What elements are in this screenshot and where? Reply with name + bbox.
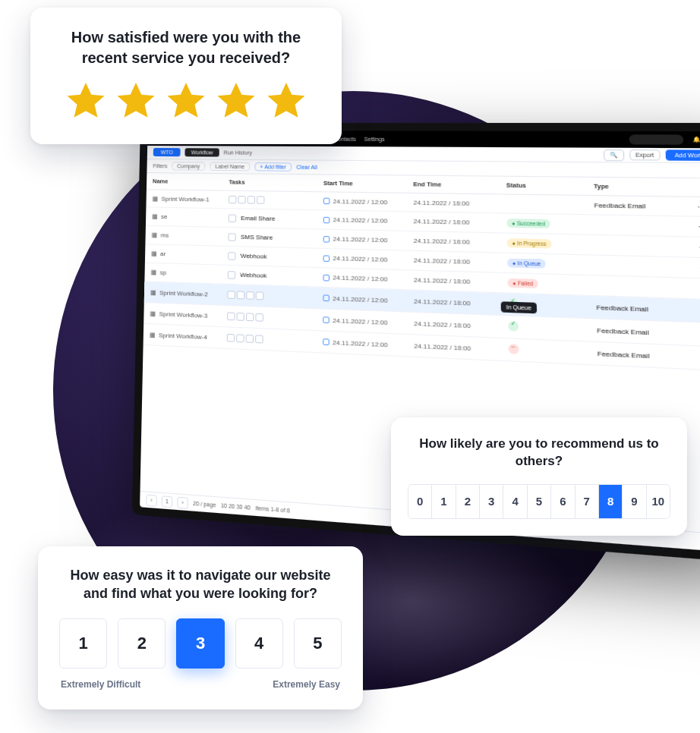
start-time: 24.11.2022 / 12:00 — [333, 216, 388, 225]
th-end[interactable]: End Time — [413, 181, 506, 189]
row-more-icon[interactable]: ⋯ — [698, 203, 700, 211]
th-status[interactable]: Status — [506, 181, 594, 190]
page-next[interactable]: › — [177, 496, 188, 508]
row-type — [594, 225, 698, 227]
nps-option-1[interactable]: 1 — [432, 485, 456, 518]
nps-option-8[interactable]: 8 — [599, 485, 623, 518]
ces-scale: 12345 — [59, 618, 342, 669]
nps-option-10[interactable]: 10 — [647, 485, 670, 518]
clear-filters-link[interactable]: Clear All — [296, 165, 317, 170]
start-time: 24.11.2022 / 12:00 — [333, 316, 388, 326]
calendar-icon — [323, 338, 330, 345]
row-name: ar — [160, 250, 166, 257]
per-page[interactable]: 20 / page — [193, 500, 216, 508]
start-time: 24.11.2022 / 12:00 — [333, 235, 387, 244]
ces-labels: Extremely Difficult Extremely Easy — [59, 679, 342, 690]
th-type[interactable]: Type — [594, 183, 697, 192]
ces-option-4[interactable]: 4 — [235, 618, 283, 669]
status-badge: ● Failed — [507, 278, 538, 288]
nps-option-7[interactable]: 7 — [575, 485, 599, 518]
export-button[interactable]: Export — [629, 149, 661, 161]
end-time: 24.11.2022 / 18:00 — [414, 297, 471, 307]
nps-option-6[interactable]: 6 — [551, 485, 575, 518]
ces-option-5[interactable]: 5 — [294, 618, 342, 669]
filter-chip-label[interactable]: Label Name — [210, 162, 250, 171]
row-type — [595, 245, 699, 247]
task-label: Email Share — [241, 214, 275, 222]
ces-label-high: Extremely Easy — [273, 679, 340, 690]
row-type: Feedback Email — [594, 201, 697, 210]
star-icon[interactable] — [263, 79, 309, 124]
ces-option-2[interactable]: 2 — [118, 618, 166, 669]
workflow-icon: ▦ — [153, 195, 159, 202]
nps-option-5[interactable]: 5 — [528, 485, 551, 518]
workflow-icon: ▦ — [150, 310, 156, 317]
row-name: Sprint Workflow-4 — [159, 332, 207, 341]
nps-question: How likely are you to recommend us to ot… — [408, 436, 670, 470]
status-dot — [508, 321, 519, 332]
th-name[interactable]: Name — [153, 178, 229, 185]
row-type: Feedback Email — [598, 350, 700, 362]
end-time: 24.11.2022 / 18:00 — [414, 218, 470, 226]
task-icon — [229, 214, 236, 222]
calendar-icon — [323, 274, 330, 281]
status-badge: ● In Queue — [507, 258, 546, 268]
nps-option-2[interactable]: 2 — [456, 485, 480, 518]
nps-option-3[interactable]: 3 — [480, 485, 503, 518]
page-1[interactable]: 1 — [162, 495, 173, 508]
add-workflow-button[interactable]: Add Workflow — [666, 149, 700, 161]
csat-card: How satisfied were you with the recent s… — [30, 8, 342, 144]
star-icon[interactable] — [163, 79, 209, 124]
search-input[interactable] — [629, 134, 684, 144]
tab-active[interactable]: WTO — [153, 148, 181, 156]
status-popover: In Queue — [501, 301, 537, 313]
bell-icon[interactable]: 🔔 — [692, 137, 700, 143]
row-name: Sprint Workflow-1 — [161, 195, 209, 203]
task-icon — [228, 271, 235, 279]
ces-question: How easy was it to navigate our website … — [59, 566, 342, 603]
row-type — [596, 285, 700, 288]
ces-label-low: Extremely Difficult — [61, 679, 140, 690]
task-icon — [228, 233, 235, 241]
star-icon[interactable] — [113, 79, 159, 124]
row-name: se — [161, 213, 168, 220]
task-label: SMS Share — [241, 233, 273, 241]
workflow-icon: ▦ — [151, 269, 157, 275]
nps-card: How likely are you to recommend us to ot… — [391, 417, 687, 536]
end-time: 24.11.2022 / 18:00 — [414, 342, 471, 352]
task-icons — [227, 291, 323, 302]
page-prev[interactable]: ‹ — [146, 494, 157, 506]
start-time: 24.11.2022 / 12:00 — [333, 274, 387, 283]
nps-option-9[interactable]: 9 — [623, 485, 646, 518]
filters-label: Filters — [153, 163, 167, 168]
breadcrumb-1[interactable]: Workflow — [185, 148, 219, 156]
filter-chip-company[interactable]: Company — [172, 162, 205, 171]
calendar-icon — [323, 294, 330, 301]
stage: Pismo Boards Insight Inbox Pipes Channel… — [0, 0, 700, 733]
start-time: 24.11.2022 / 12:00 — [333, 338, 388, 348]
breadcrumb-2[interactable]: Run History — [224, 149, 252, 155]
workflow-icon: ▦ — [152, 231, 158, 238]
task-label: Webhook — [240, 271, 266, 280]
nps-option-4[interactable]: 4 — [503, 485, 527, 518]
th-tasks[interactable]: Tasks — [229, 178, 323, 187]
star-icon[interactable] — [63, 79, 109, 124]
task-icon — [228, 252, 235, 260]
row-name: Sprint Workflow-3 — [159, 310, 207, 319]
row-type — [595, 265, 699, 268]
table-body: ▦Sprint Workflow-124.11.2022 / 12:0024.1… — [143, 190, 700, 372]
ces-card: How easy was it to navigate our website … — [38, 546, 363, 709]
th-start[interactable]: Start Time — [323, 180, 413, 188]
calendar-icon — [323, 198, 330, 205]
page-sizes: 10 20 30 40 — [221, 502, 251, 511]
calendar-icon — [323, 255, 330, 262]
ces-option-1[interactable]: 1 — [59, 618, 107, 669]
ces-option-3[interactable]: 3 — [176, 618, 224, 669]
star-icon[interactable] — [213, 79, 259, 124]
task-icons — [229, 196, 323, 205]
search-icon[interactable]: 🔍 — [604, 149, 624, 160]
row-name: sp — [160, 269, 167, 276]
nav-settings[interactable]: Settings — [364, 136, 385, 141]
calendar-icon — [323, 236, 330, 243]
nps-option-0[interactable]: 0 — [408, 485, 432, 518]
